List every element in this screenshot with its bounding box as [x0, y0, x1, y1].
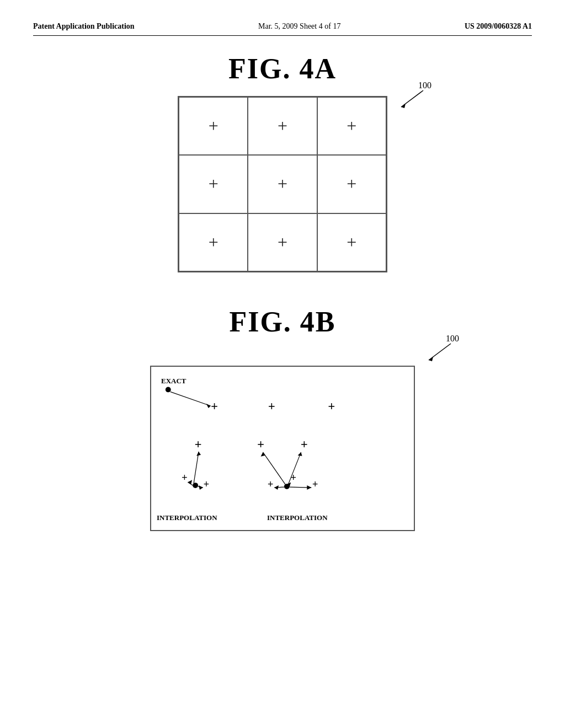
svg-text:+: + [204, 479, 209, 490]
cell-2-2: + [317, 213, 386, 271]
fig4a-grid: + + + + + + + + + [178, 96, 387, 272]
fig4b-wrapper: 100 EXACT INTERPOLATION INTERPOLATION [150, 349, 415, 531]
svg-text:+: + [195, 437, 202, 451]
svg-marker-28 [274, 485, 279, 490]
svg-marker-32 [307, 485, 311, 490]
svg-text:+: + [211, 399, 218, 413]
cell-0-1: + [248, 97, 317, 155]
cell-0-2: + [317, 97, 386, 155]
svg-text:+: + [301, 437, 308, 451]
fig4b-ref-arrow [418, 339, 467, 367]
cell-2-0: + [179, 213, 248, 271]
svg-marker-18 [196, 452, 201, 456]
fig4b-section: FIG. 4B 100 EXACT INTERPOLATION INTERPOL… [33, 306, 532, 531]
svg-marker-16 [206, 404, 211, 408]
fig4a-wrapper: 100 + + + + + + + + + [178, 96, 387, 272]
header-date-sheet: Mar. 5, 2009 Sheet 4 of 17 [258, 22, 340, 31]
svg-line-15 [170, 392, 211, 406]
svg-line-23 [263, 452, 285, 484]
fig4b-diagram-box: EXACT INTERPOLATION INTERPOLATION + + [150, 366, 415, 531]
fig4a-ref-arrow [390, 86, 440, 114]
cell-0-0: + [179, 97, 248, 155]
cell-1-1: + [248, 155, 317, 213]
svg-marker-3 [429, 357, 433, 361]
header-publication-label: Patent Application Publication [33, 22, 135, 31]
fig4a-title: FIG. 4A [228, 52, 337, 85]
exact-dot [166, 387, 171, 393]
cell-1-2: + [317, 155, 386, 213]
cell-2-1: + [248, 213, 317, 271]
svg-marker-22 [199, 485, 203, 490]
fig4b-diagram-svg: + + + + + + + + + [151, 367, 414, 530]
fig4a-section: FIG. 4A 100 + + + + + + + + [33, 52, 532, 272]
svg-text:+: + [182, 472, 187, 483]
page-header: Patent Application Publication Mar. 5, 2… [33, 22, 532, 36]
svg-line-17 [194, 452, 199, 483]
page: Patent Application Publication Mar. 5, 2… [0, 0, 565, 728]
svg-marker-1 [401, 104, 406, 108]
svg-text:+: + [268, 399, 275, 413]
svg-text:+: + [268, 479, 273, 490]
svg-text:+: + [257, 437, 264, 451]
header-patent-number: US 2009/0060328 A1 [465, 22, 532, 31]
fig4b-title: FIG. 4B [229, 306, 335, 338]
svg-text:+: + [328, 399, 335, 413]
svg-text:+: + [312, 479, 318, 490]
interp-left-dot [193, 483, 198, 488]
svg-marker-26 [298, 452, 302, 456]
cell-1-0: + [179, 155, 248, 213]
svg-text:+: + [291, 472, 296, 483]
